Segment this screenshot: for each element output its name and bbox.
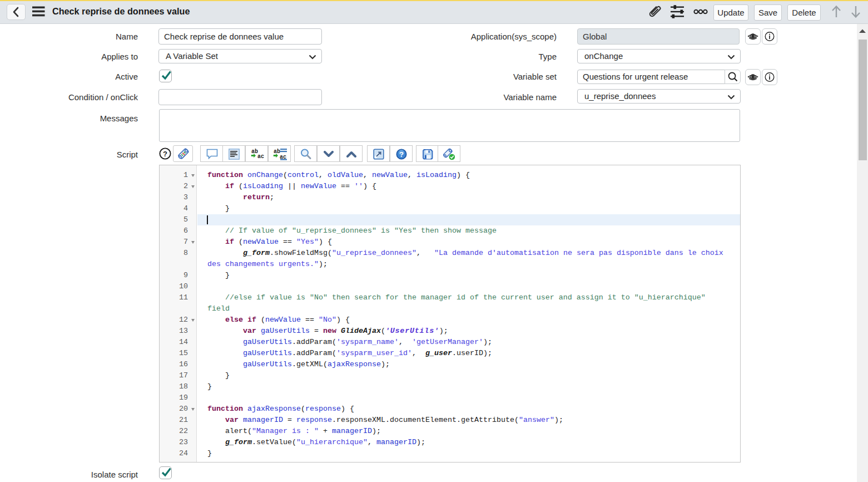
svg-text:ac: ac [257, 154, 264, 160]
svg-text:?: ? [163, 150, 167, 158]
svg-text:?: ? [399, 150, 404, 159]
